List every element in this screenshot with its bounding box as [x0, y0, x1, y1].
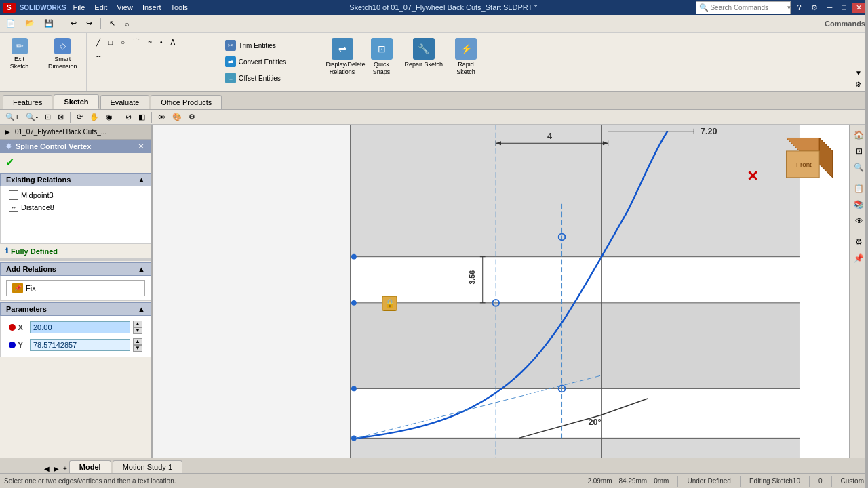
layers-btn[interactable]: 📚 [852, 197, 867, 212]
x-spin-up[interactable]: ▲ [133, 321, 142, 327]
resize-handle[interactable] [0, 258, 151, 261]
y-spin-down[interactable]: ▼ [133, 345, 142, 352]
parameters-header[interactable]: Parameters ▲ [0, 302, 151, 316]
titlebar-menu-file[interactable]: File [71, 3, 88, 12]
circle-button[interactable]: ○ [117, 35, 128, 49]
hide-show-items-btn[interactable]: 👁 [852, 214, 867, 228]
hide-show-btn[interactable]: 👁 [155, 113, 168, 122]
smart-dimension-button[interactable]: ◇ SmartDimension [43, 35, 82, 73]
y-value-input[interactable] [30, 339, 130, 351]
svg-point-33 [351, 300, 357, 306]
zoom-select-button[interactable]: ⌕ [121, 18, 133, 30]
view-settings-btn[interactable]: ⚙ [186, 112, 198, 122]
titlebar-menu-tools[interactable]: Tools [167, 3, 191, 12]
exit-sketch-button[interactable]: ✏ ExitSketch [4, 35, 35, 73]
home-view-btn[interactable]: 🏠 [852, 127, 867, 142]
rapid-sketch-button[interactable]: ⚡ RapidSketch [450, 35, 481, 79]
existing-relations-header[interactable]: Existing Relations ▲ [0, 173, 151, 186]
save-button[interactable]: 💾 [41, 17, 57, 30]
search-dropdown-icon[interactable]: ▼ [786, 5, 791, 11]
statusbar: Select one or two edges/vertices and the… [0, 473, 868, 488]
canvas[interactable]: 4 7.20 3.56 [153, 125, 849, 458]
maximize-button[interactable]: □ [838, 3, 850, 12]
ribbon-group-exit: ✏ ExitSketch [0, 33, 39, 92]
help-button[interactable]: ? [793, 3, 804, 12]
tab-features[interactable]: Features [3, 95, 52, 109]
view-rotate-btn[interactable]: ⟳ [74, 112, 85, 122]
convert-entities-button[interactable]: ⇄ Convert Entities [222, 54, 290, 69]
status-message: Select one or two edges/vertices and the… [4, 477, 176, 485]
fix-relation-button[interactable]: 📌 Fix [6, 280, 145, 296]
pin-panel-btn[interactable]: 📌 [852, 251, 867, 266]
tab-sketch[interactable]: Sketch [54, 94, 98, 109]
coord-x: 2.09mm [587, 477, 612, 485]
y-spin-up[interactable]: ▲ [133, 338, 142, 345]
open-button[interactable]: 📂 [22, 17, 38, 30]
add-relations-collapse[interactable]: ▲ [138, 265, 145, 273]
tab-motion-study[interactable]: Motion Study 1 [113, 460, 182, 473]
close-button[interactable]: ✕ [852, 3, 865, 13]
ribbon-expand-button[interactable]: ▼ [852, 67, 865, 79]
construction-button[interactable]: -- [93, 50, 104, 62]
tab-evaluate[interactable]: Evaluate [100, 95, 150, 109]
properties-btn[interactable]: ⚙ [852, 235, 867, 249]
ribbon-options-button[interactable]: ⚙ [852, 79, 865, 90]
x-value-input[interactable] [30, 321, 130, 333]
tree-expand-btn[interactable]: ▶ [3, 127, 12, 136]
scroll-left-btn[interactable]: ◀ [42, 464, 52, 473]
x-spin-down[interactable]: ▼ [133, 327, 142, 334]
repair-sketch-button[interactable]: 🔧 Repair Sketch [400, 35, 448, 79]
existing-relations-collapse[interactable]: ▲ [138, 176, 145, 184]
section-view-btn[interactable]: ⊘ [123, 112, 134, 122]
param-x-row: X ▲ ▼ [6, 319, 145, 336]
accept-button[interactable]: ✓ [5, 157, 14, 168]
quick-snaps-button[interactable]: ⊡ QuickSnaps [366, 35, 397, 79]
zoom-fit-btn[interactable]: ⊡ [42, 112, 54, 122]
panel-close-btn[interactable]: ✕ [136, 142, 146, 151]
undo-button[interactable]: ↩ [67, 17, 80, 30]
zoom-sheet-btn[interactable]: 🔍 [852, 160, 867, 175]
select-button[interactable]: ↖ [106, 17, 119, 30]
repair-sketch-icon: 🔧 [413, 38, 435, 60]
svg-point-32 [351, 254, 357, 260]
view-3d-btn[interactable]: ◉ [103, 112, 115, 122]
scroll-right-btn[interactable]: ▶ [52, 464, 61, 473]
search-box[interactable]: 🔍 ▼ [696, 1, 791, 14]
line-button[interactable]: ╱ [93, 35, 104, 49]
titlebar-right: 🔍 ▼ ? ⚙ ─ □ ✕ [696, 1, 865, 14]
rect-button[interactable]: □ [105, 35, 116, 49]
tab-office-products[interactable]: Office Products [151, 95, 222, 109]
trim-entities-button[interactable]: ✂ Trim Entities [222, 38, 290, 53]
display-manager-btn[interactable]: 📋 [852, 181, 867, 196]
redo-button[interactable]: ↪ [83, 17, 96, 30]
offset-entities-button[interactable]: ⊂ Offset Entities [222, 70, 290, 85]
point-button[interactable]: • [157, 35, 166, 49]
relation-midpoint3[interactable]: ⊥ Midpoint3 [6, 189, 145, 201]
tab-model[interactable]: Model [69, 460, 111, 473]
add-sheet-btn[interactable]: + [61, 464, 69, 473]
display-delete-relations-button[interactable]: ⇌ Display/DeleteRelations [321, 35, 363, 79]
new-button[interactable]: 📄 [3, 17, 19, 30]
titlebar-menu-view[interactable]: View [114, 3, 136, 12]
display-style-btn[interactable]: ◧ [136, 112, 148, 122]
titlebar-menu-edit[interactable]: Edit [92, 3, 110, 12]
options-button[interactable]: ⚙ [808, 3, 821, 13]
relation-distance8[interactable]: ↔ Distance8 [6, 201, 145, 214]
view-pan-btn[interactable]: ✋ [87, 112, 102, 122]
parameters-collapse[interactable]: ▲ [138, 305, 145, 313]
search-input[interactable] [710, 4, 785, 12]
text-button[interactable]: A [167, 35, 178, 49]
add-relations-header[interactable]: Add Relations ▲ [0, 262, 151, 276]
zoom-out-btn[interactable]: 🔍- [23, 112, 41, 122]
spline-button[interactable]: ~ [144, 35, 155, 49]
arc-button[interactable]: ⌒ [130, 35, 143, 49]
zoom-in-btn[interactable]: 🔍+ [3, 112, 22, 122]
zoom-previous-btn[interactable]: ⊠ [55, 112, 66, 122]
zoom-to-fit-btn[interactable]: ⊡ [852, 144, 867, 159]
add-relations-content: 📌 Fix [0, 276, 151, 301]
view-cube[interactable]: Front [787, 138, 833, 177]
appearance-btn[interactable]: 🎨 [170, 112, 184, 122]
convert-label: Convert Entities [239, 58, 287, 66]
minimize-button[interactable]: ─ [824, 3, 836, 12]
titlebar-menu-insert[interactable]: Insert [140, 3, 164, 12]
